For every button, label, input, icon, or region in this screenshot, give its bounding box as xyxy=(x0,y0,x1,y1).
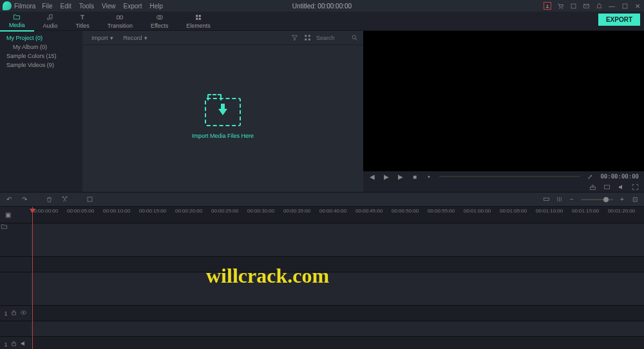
mail-icon[interactable] xyxy=(582,2,590,10)
stop-icon[interactable]: ■ xyxy=(411,173,419,180)
menu-tools[interactable]: Tools xyxy=(79,3,94,10)
folder-icon xyxy=(13,13,21,21)
svg-point-0 xyxy=(547,5,548,6)
tab-elements[interactable]: Elements xyxy=(177,12,220,31)
svg-rect-6 xyxy=(117,15,120,19)
chevron-down-icon: ▾ xyxy=(110,35,113,41)
track-header-video[interactable]: 1 xyxy=(0,306,31,321)
tab-label: Media xyxy=(9,22,25,28)
svg-rect-13 xyxy=(199,17,201,19)
close-icon[interactable]: ✕ xyxy=(634,2,641,10)
timeline-ruler[interactable]: 00:00:00:0000:00:05:0000:00:10:0000:00:1… xyxy=(31,207,644,223)
tab-titles[interactable]: Titles xyxy=(67,12,99,31)
time-mark: 00:00:25:00 xyxy=(211,208,238,214)
zoom-slider[interactable] xyxy=(581,199,613,200)
tab-audio[interactable]: Audio xyxy=(34,12,67,31)
sidebar-item-album[interactable]: My Album (0) xyxy=(0,42,82,52)
speaker-icon[interactable] xyxy=(20,340,27,348)
zoom-fit-icon[interactable] xyxy=(542,196,550,203)
time-mark: 00:00:45:00 xyxy=(355,208,383,214)
redo-icon[interactable]: ↷ xyxy=(21,196,28,203)
menu-edit[interactable]: Edit xyxy=(60,3,71,10)
svg-point-1 xyxy=(559,8,560,8)
logo-icon xyxy=(3,1,12,10)
loop-icon[interactable]: • xyxy=(425,173,433,180)
time-mark: 00:01:20:00 xyxy=(608,208,635,214)
download-arrow-icon xyxy=(218,109,227,115)
menu-help[interactable]: Help xyxy=(149,3,163,10)
crop-icon[interactable] xyxy=(86,196,93,203)
playhead[interactable] xyxy=(32,209,33,349)
mixer-icon[interactable] xyxy=(555,196,563,203)
track-body[interactable] xyxy=(31,337,644,349)
tab-effects[interactable]: Effects xyxy=(142,12,177,31)
track-body[interactable] xyxy=(31,272,644,305)
watermark-text: willcrack.com xyxy=(206,264,329,288)
svg-rect-14 xyxy=(305,35,307,37)
play-icon[interactable]: ▶ xyxy=(383,173,390,180)
menu-view[interactable]: View xyxy=(102,3,116,10)
menu-export[interactable]: Export xyxy=(124,3,142,10)
transition-icon xyxy=(116,14,124,21)
minimize-icon[interactable]: — xyxy=(608,2,616,10)
zoom-full-icon[interactable]: ⊡ xyxy=(631,196,639,203)
track-body[interactable] xyxy=(31,257,644,272)
sidebar-item-videos[interactable]: Sample Videos (9) xyxy=(0,61,82,70)
undo-icon[interactable]: ↶ xyxy=(5,196,13,203)
time-mark: 00:00:55:00 xyxy=(428,208,455,214)
track-body[interactable] xyxy=(31,223,644,256)
cart-icon[interactable] xyxy=(556,2,564,10)
next-frame-icon[interactable]: ▶ xyxy=(397,173,404,180)
split-icon[interactable] xyxy=(61,196,69,203)
volume-icon[interactable] xyxy=(617,183,625,191)
tab-media[interactable]: Media xyxy=(0,11,34,32)
svg-rect-24 xyxy=(88,197,92,202)
delete-icon[interactable] xyxy=(46,196,53,203)
import-dropzone[interactable]: Import Media Files Here xyxy=(82,45,363,192)
maximize-icon[interactable] xyxy=(621,2,629,10)
track-header-audio[interactable]: 1 xyxy=(0,337,31,349)
track-body[interactable] xyxy=(31,321,644,336)
import-dropdown[interactable]: Import▾ xyxy=(88,35,117,41)
time-mark: 00:01:10:00 xyxy=(536,208,563,214)
time-mark: 00:00:40:00 xyxy=(319,208,346,214)
add-folder-icon[interactable] xyxy=(0,222,8,230)
tab-label: Transition xyxy=(108,23,133,29)
menu-file[interactable]: File xyxy=(42,3,52,10)
svg-rect-16 xyxy=(305,39,307,41)
svg-rect-21 xyxy=(604,185,609,189)
lock-icon[interactable] xyxy=(10,309,17,317)
account-icon[interactable] xyxy=(544,2,551,10)
quality-icon[interactable] xyxy=(603,183,611,191)
track-number: 1 xyxy=(4,341,7,348)
svg-rect-19 xyxy=(590,187,595,189)
search-icon[interactable] xyxy=(350,34,358,42)
prev-frame-icon[interactable]: ◀ xyxy=(368,173,376,180)
sidebar-item-colors[interactable]: Sample Colors (15) xyxy=(0,52,82,61)
grid-view-icon[interactable] xyxy=(303,34,311,42)
filter-icon[interactable] xyxy=(290,34,298,42)
tab-transition[interactable]: Transition xyxy=(99,12,142,31)
window-title: Untitled: 00:00:00:00 xyxy=(292,3,352,10)
time-mark: 00:00:20:00 xyxy=(175,208,202,214)
import-label: Import xyxy=(91,35,108,41)
record-dropdown[interactable]: Record▾ xyxy=(120,35,151,41)
progress-bar[interactable] xyxy=(439,176,580,177)
track-body[interactable] xyxy=(31,306,644,321)
notify-icon[interactable] xyxy=(595,2,603,10)
svg-point-2 xyxy=(562,8,562,8)
snapshot-icon[interactable] xyxy=(589,183,596,191)
sidebar-item-project[interactable]: My Project (0) xyxy=(0,33,82,42)
zoom-in-icon[interactable]: + xyxy=(618,196,626,203)
search-input[interactable] xyxy=(316,35,345,41)
time-mark: 00:00:05:00 xyxy=(67,208,94,214)
save-icon[interactable] xyxy=(569,2,577,10)
zoom-out-icon[interactable]: − xyxy=(568,196,576,203)
export-button[interactable]: EXPORT xyxy=(598,14,640,26)
add-media-icon[interactable]: ▣ xyxy=(4,211,12,218)
svg-rect-7 xyxy=(120,15,123,19)
fullscreen-icon[interactable] xyxy=(631,183,639,191)
eye-icon[interactable] xyxy=(20,309,27,317)
lock-icon[interactable] xyxy=(10,340,17,348)
expand-icon[interactable]: ⤢ xyxy=(586,173,594,180)
